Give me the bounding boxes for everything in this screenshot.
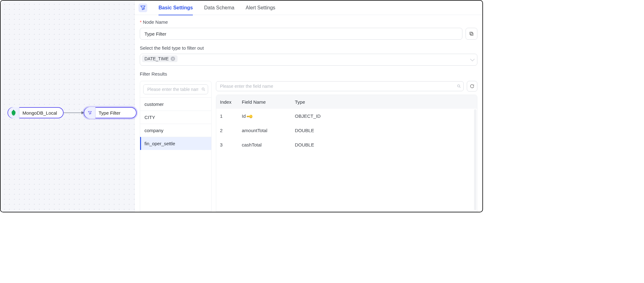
mongodb-icon: [8, 107, 19, 118]
table-item[interactable]: CITY: [140, 111, 211, 124]
tabs-bar: Basic Settings Data Schema Alert Setting…: [135, 1, 482, 15]
filter-type-tag-label: DATE_TIME: [144, 56, 169, 61]
search-icon: [201, 87, 206, 92]
refresh-button[interactable]: [467, 81, 477, 92]
settings-panel: Basic Settings Data Schema Alert Setting…: [135, 1, 482, 212]
filter-types-select[interactable]: DATE_TIME ✕: [140, 54, 477, 66]
col-header-index: Index: [220, 99, 242, 105]
copy-icon: [469, 31, 474, 36]
filter-results: customerCITYcompanyfin_oper_settle: [140, 81, 477, 212]
node-name-input[interactable]: [140, 28, 462, 40]
table-item[interactable]: customer: [140, 97, 211, 111]
chevron-down-icon: [470, 57, 475, 61]
pipeline-canvas[interactable]: MongoDB_Local Type Filter: [1, 1, 135, 212]
cell-field-name: Id🔑: [242, 113, 295, 119]
scrollbar[interactable]: [474, 109, 476, 210]
table-row: 1Id🔑OBJECT_ID: [216, 109, 477, 123]
table-item[interactable]: fin_oper_settle: [140, 137, 211, 150]
cell-field-name: amountTotal: [242, 128, 295, 133]
cell-type: DOUBLE: [295, 128, 473, 133]
cell-index: 3: [220, 142, 242, 147]
tab-basic-settings[interactable]: Basic Settings: [159, 1, 193, 15]
fields-grid-body: 1Id🔑OBJECT_ID2amountTotalDOUBLE3cashTota…: [216, 109, 477, 152]
filter-icon: [84, 107, 95, 118]
svg-point-2: [202, 88, 204, 90]
fields-grid: Index Field Name Type 1Id🔑OBJECT_ID2amou…: [216, 95, 477, 212]
node-mongodb-label: MongoDB_Local: [19, 110, 61, 116]
panel-filter-icon[interactable]: [139, 3, 147, 12]
col-header-field-name: Field Name: [242, 99, 295, 105]
table-row: 2amountTotalDOUBLE: [216, 123, 477, 137]
table-list: customerCITYcompanyfin_oper_settle: [140, 97, 211, 211]
tab-alert-settings[interactable]: Alert Settings: [246, 1, 275, 15]
svg-rect-0: [471, 33, 473, 35]
col-header-type: Type: [295, 99, 473, 105]
cell-index: 2: [220, 128, 242, 133]
node-type-filter[interactable]: Type Filter: [84, 107, 137, 118]
field-search-input[interactable]: [216, 81, 464, 91]
remove-tag-icon[interactable]: ✕: [171, 57, 175, 61]
node-name-label: *Node Name: [140, 19, 477, 25]
copy-node-name-button[interactable]: [466, 28, 477, 40]
table-item[interactable]: company: [140, 124, 211, 137]
svg-point-3: [457, 85, 460, 87]
fields-grid-header: Index Field Name Type: [216, 95, 477, 109]
primary-key-icon: 🔑: [246, 112, 253, 120]
cell-type: OBJECT_ID: [295, 113, 473, 119]
app-root: MongoDB_Local Type Filter Basic Settings…: [0, 0, 483, 212]
filter-types-label: Select the field type to filter out: [140, 45, 477, 51]
svg-rect-1: [470, 32, 472, 35]
node-mongodb[interactable]: MongoDB_Local: [7, 107, 64, 118]
refresh-icon: [470, 84, 475, 89]
table-search-input[interactable]: [143, 84, 208, 94]
filter-results-title: Filter Results: [140, 71, 477, 77]
table-row: 3cashTotalDOUBLE: [216, 137, 477, 152]
filter-type-tag: DATE_TIME ✕: [142, 55, 178, 62]
cell-type: DOUBLE: [295, 142, 473, 147]
form-area: *Node Name Select the field type to filt…: [135, 15, 482, 212]
search-icon: [457, 84, 461, 88]
tab-data-schema[interactable]: Data Schema: [204, 1, 234, 15]
cell-index: 1: [220, 113, 242, 119]
edge-mongodb-to-filter: [64, 112, 84, 113]
node-filter-label: Type Filter: [95, 110, 125, 116]
tables-column: customerCITYcompanyfin_oper_settle: [140, 81, 212, 212]
fields-column: Index Field Name Type 1Id🔑OBJECT_ID2amou…: [216, 81, 477, 212]
cell-field-name: cashTotal: [242, 142, 295, 147]
